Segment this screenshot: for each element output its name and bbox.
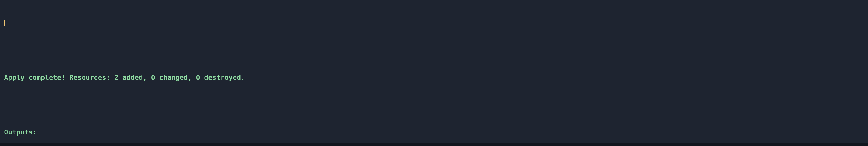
apply-complete-line: Apply complete! Resources: 2 added, 0 ch…	[4, 73, 864, 82]
terminal-output[interactable]: Apply complete! Resources: 2 added, 0 ch…	[0, 0, 868, 146]
cursor-mark-top	[4, 20, 5, 26]
bottom-bar	[0, 143, 868, 146]
outputs-header: Outputs:	[4, 128, 864, 137]
